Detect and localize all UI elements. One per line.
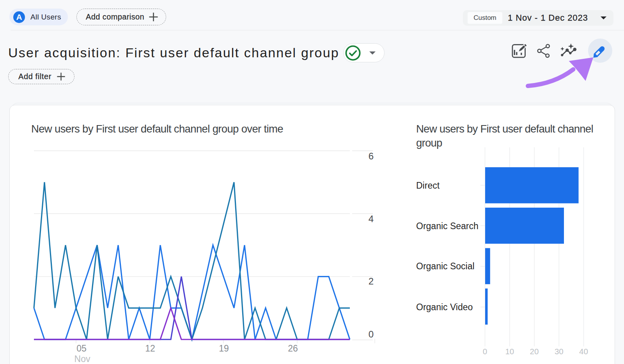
svg-text:0: 0 bbox=[369, 329, 374, 339]
svg-text:19: 19 bbox=[219, 343, 229, 353]
svg-text:26: 26 bbox=[288, 343, 298, 353]
svg-text:6: 6 bbox=[369, 151, 374, 161]
svg-text:Organic Social: Organic Social bbox=[416, 261, 475, 271]
svg-text:12: 12 bbox=[145, 343, 155, 353]
svg-text:group: group bbox=[416, 137, 442, 149]
svg-text:Nov: Nov bbox=[74, 354, 90, 364]
svg-text:0: 0 bbox=[483, 347, 487, 356]
svg-text:Organic Search: Organic Search bbox=[416, 221, 479, 231]
svg-text:40: 40 bbox=[579, 347, 588, 356]
svg-text:20: 20 bbox=[530, 347, 539, 356]
svg-text:Direct: Direct bbox=[416, 180, 440, 191]
svg-text:30: 30 bbox=[555, 347, 564, 356]
svg-text:Organic Video: Organic Video bbox=[416, 302, 473, 312]
svg-text:10: 10 bbox=[505, 347, 514, 356]
svg-text:New users by First user defaul: New users by First user default channel bbox=[416, 123, 593, 135]
svg-text:05: 05 bbox=[76, 343, 87, 353]
svg-text:New users by First user defaul: New users by First user default channel … bbox=[31, 123, 283, 135]
svg-text:4: 4 bbox=[369, 214, 374, 224]
svg-text:2: 2 bbox=[369, 276, 374, 286]
